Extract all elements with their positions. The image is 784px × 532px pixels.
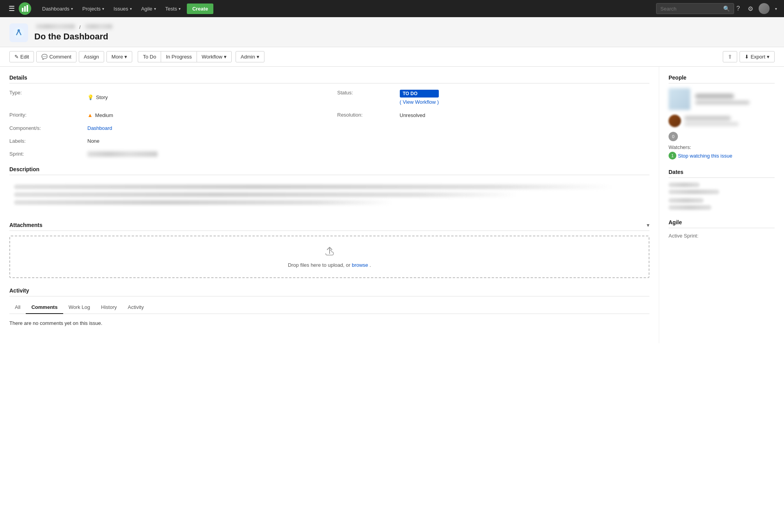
breadcrumb: / [34,24,114,30]
toolbar: ✎ Edit 💬 Comment Assign More ▾ To Do In … [0,47,784,67]
assignee-avatar [669,88,690,110]
dates-section: Dates [669,169,775,210]
hamburger-menu[interactable]: ☰ [5,4,19,13]
tab-comments[interactable]: Comments [26,301,63,314]
edit-button[interactable]: ✎ Edit [9,51,34,62]
page-header: / Do the Dashboard [0,17,784,47]
todo-button[interactable]: To Do [138,51,161,62]
reporter-avatar [669,115,681,127]
components-link[interactable]: Dashboard [87,125,112,131]
status-label: Status: [337,88,400,106]
nav-issues[interactable]: Issues▾ [109,0,137,17]
app-logo[interactable] [19,2,31,15]
upload-icon [20,246,639,259]
components-value: Dashboard [87,124,337,133]
inprogress-button[interactable]: In Progress [161,51,196,62]
story-type-icon: 💡 [87,94,94,100]
export-button[interactable]: ⬇ Export ▾ [740,51,775,62]
watch-count-badge: 1 [669,152,676,160]
user-menu-arrow[interactable]: ▾ [773,7,779,11]
assign-button[interactable]: Assign [79,51,104,62]
active-sprint-label: Active Sprint: [669,233,775,239]
header-content: / Do the Dashboard [34,24,114,42]
attachments-title: Attachments [9,222,43,228]
view-workflow-link[interactable]: ( View Workflow ) [400,99,439,105]
date-row-2 [669,198,775,210]
nav-items: Dashboards▾ Projects▾ Issues▾ Agile▾ Tes… [37,0,650,17]
priority-label: Priority: [9,110,87,120]
attachments-collapse-icon[interactable]: ▾ [647,222,649,228]
comment-button[interactable]: 💬 Comment [36,51,76,62]
assignee-info [695,94,750,105]
breadcrumb-project[interactable] [34,25,78,30]
nav-right-icons: ? ⚙ ▾ [734,3,779,14]
date-row-1 [669,183,775,194]
svg-rect-0 [22,8,23,12]
no-comments-text: There are no comments yet on this issue. [9,320,649,326]
tab-worklog[interactable]: Work Log [63,301,96,314]
status-value: TO DO ( View Workflow ) [400,88,650,106]
description-section: Description [9,166,649,213]
tab-history[interactable]: History [96,301,122,314]
search-input[interactable] [660,6,723,12]
file-drop-zone[interactable]: Drop files here to upload, or browse . [9,236,649,278]
main-content: Details Type: 💡 Story Status: TO DO ( Vi… [0,67,784,343]
settings-icon[interactable]: ⚙ [745,5,756,12]
breadcrumb-separator: / [79,25,82,30]
top-navigation: ☰ Dashboards▾ Projects▾ Issues▾ Agile▾ T… [0,0,784,17]
search-container[interactable]: 🔍 [656,3,734,14]
workflow-button[interactable]: Workflow ▾ [197,51,232,62]
nav-agile[interactable]: Agile▾ [137,0,161,17]
drop-suffix: . [369,262,371,268]
description-content [9,180,649,213]
details-section: Details Type: 💡 Story Status: TO DO ( Vi… [9,74,649,158]
resolution-value: Unresolved [400,110,650,120]
dates-title: Dates [669,169,775,178]
workflow-arrow-icon: ▾ [224,54,227,60]
components-label: Component/s: [9,124,87,133]
watcher-count: 0 [669,132,678,141]
svg-rect-2 [27,5,28,12]
workflow-status-group: To Do In Progress Workflow ▾ [138,51,232,62]
more-button[interactable]: More ▾ [106,51,133,62]
tab-activity[interactable]: Activity [122,301,149,314]
agile-title: Agile [669,219,775,228]
main-left-panel: Details Type: 💡 Story Status: TO DO ( Vi… [0,67,659,343]
user-avatar[interactable] [759,3,770,14]
drop-text: Drop files here to upload, or [288,262,350,268]
stop-watching-anchor[interactable]: Stop watching this issue [678,153,732,159]
export-arrow-icon: ▾ [767,54,770,60]
breadcrumb-issue[interactable] [83,25,114,30]
help-icon[interactable]: ? [734,5,742,12]
svg-point-4 [18,29,20,32]
share-button[interactable]: ⇧ [723,51,737,62]
more-arrow-icon: ▾ [124,54,127,60]
description-title: Description [9,166,649,175]
stop-watching-link[interactable]: 1 Stop watching this issue [669,152,775,160]
tab-all[interactable]: All [9,301,26,314]
svg-rect-1 [24,6,26,12]
nav-dashboards[interactable]: Dashboards▾ [37,0,78,17]
export-icon: ⬇ [745,54,749,60]
sprint-value [87,149,337,158]
status-badge: TO DO [400,90,439,98]
activity-title: Activity [9,287,649,296]
nav-tests[interactable]: Tests▾ [161,0,185,17]
create-button[interactable]: Create [187,4,213,14]
nav-projects[interactable]: Projects▾ [78,0,109,17]
attachments-header: Attachments ▾ [9,222,649,231]
watchers-label: Watchers: [669,144,775,150]
assignee-row [669,88,775,110]
toolbar-right: ⇧ ⬇ Export ▾ [723,51,775,62]
desc-line-3 [14,200,392,205]
page-title: Do the Dashboard [34,32,114,42]
desc-line-2 [14,192,519,197]
priority-value: ▲ Medium [87,110,337,120]
people-section: People 0 Watchers: [669,74,775,160]
admin-button[interactable]: Admin ▾ [236,51,264,62]
share-icon: ⇧ [728,54,732,60]
resolution-label: Resolution: [337,110,400,120]
reporter-row [669,115,775,127]
browse-link[interactable]: browse [352,262,368,268]
people-title: People [669,74,775,83]
